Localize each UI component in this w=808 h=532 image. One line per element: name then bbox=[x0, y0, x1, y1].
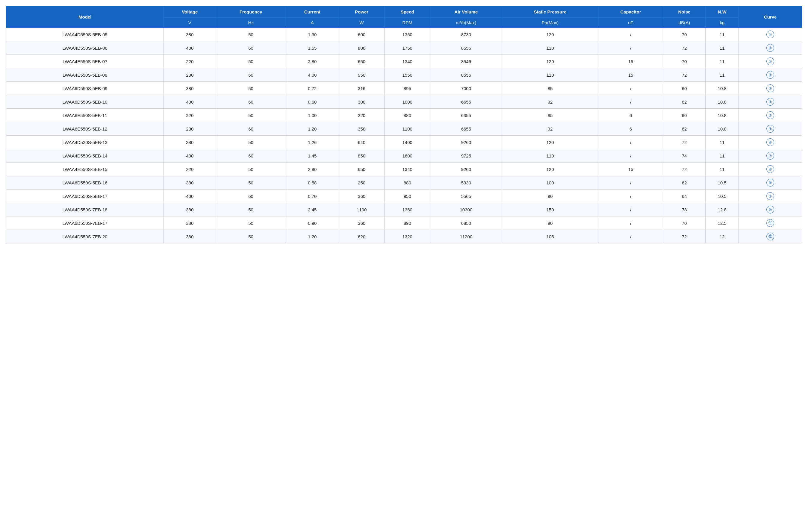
cell-curve: ⑦ bbox=[739, 149, 802, 163]
cell-model: LWAA4E550S-5EB-08 bbox=[6, 68, 164, 82]
col-subheader-static-pressure: Pa(Max) bbox=[502, 18, 599, 28]
cell-power: 950 bbox=[339, 68, 385, 82]
table-row: LWAA4D550S-5EB-14400601.4585016009725110… bbox=[6, 149, 802, 163]
cell-current: 1.20 bbox=[286, 122, 339, 136]
cell-air-volume: 6655 bbox=[430, 122, 502, 136]
curve-indicator: ⑥ bbox=[766, 165, 774, 173]
cell-noise: 62 bbox=[663, 176, 705, 190]
cell-static-pressure: 120 bbox=[502, 163, 599, 176]
cell-capacitor: / bbox=[599, 95, 663, 109]
cell-noise: 78 bbox=[663, 203, 705, 216]
cell-power: 650 bbox=[339, 55, 385, 68]
table-row: LWAA6D550S-5EB-17400600.70360950556590/6… bbox=[6, 190, 802, 203]
cell-model: LWAA4D550S-7EB-20 bbox=[6, 230, 164, 243]
cell-current: 1.20 bbox=[286, 230, 339, 243]
cell-model: LWAA6D550S-5EB-10 bbox=[6, 95, 164, 109]
cell-voltage: 220 bbox=[164, 55, 216, 68]
cell-current: 0.90 bbox=[286, 216, 339, 230]
cell-frequency: 50 bbox=[216, 136, 286, 149]
col-subheader-speed: RPM bbox=[385, 18, 430, 28]
cell-curve: ② bbox=[739, 68, 802, 82]
cell-voltage: 400 bbox=[164, 149, 216, 163]
cell-speed: 1400 bbox=[385, 136, 430, 149]
cell-capacitor: / bbox=[599, 136, 663, 149]
cell-noise: 70 bbox=[663, 28, 705, 41]
cell-current: 1.45 bbox=[286, 149, 339, 163]
cell-current: 2.80 bbox=[286, 163, 339, 176]
cell-capacitor: 15 bbox=[599, 163, 663, 176]
cell-nw: 12.8 bbox=[705, 203, 739, 216]
cell-frequency: 50 bbox=[216, 109, 286, 122]
cell-air-volume: 10300 bbox=[430, 203, 502, 216]
col-subheader-noise: dB(A) bbox=[663, 18, 705, 28]
table-row: LWAA4D550S-5EB-05380501.3060013608730120… bbox=[6, 28, 802, 41]
cell-current: 0.58 bbox=[286, 176, 339, 190]
cell-curve: ③ bbox=[739, 82, 802, 95]
col-header-nw: N.W bbox=[705, 6, 739, 18]
cell-current: 1.00 bbox=[286, 109, 339, 122]
table-row: LWAA4D550S-7EB-20380501.2062013201120010… bbox=[6, 230, 802, 243]
cell-capacitor: / bbox=[599, 203, 663, 216]
cell-voltage: 380 bbox=[164, 136, 216, 149]
cell-air-volume: 9260 bbox=[430, 136, 502, 149]
cell-frequency: 50 bbox=[216, 176, 286, 190]
cell-power: 800 bbox=[339, 41, 385, 55]
curve-indicator: ⑦ bbox=[766, 152, 774, 159]
cell-noise: 62 bbox=[663, 122, 705, 136]
cell-capacitor: 15 bbox=[599, 55, 663, 68]
cell-curve: ⑤ bbox=[739, 109, 802, 122]
cell-capacitor: 6 bbox=[599, 122, 663, 136]
cell-power: 360 bbox=[339, 216, 385, 230]
cell-air-volume: 9725 bbox=[430, 149, 502, 163]
cell-power: 300 bbox=[339, 95, 385, 109]
cell-curve: ④ bbox=[739, 122, 802, 136]
cell-nw: 12.5 bbox=[705, 216, 739, 230]
cell-static-pressure: 100 bbox=[502, 176, 599, 190]
cell-power: 600 bbox=[339, 28, 385, 41]
cell-nw: 11 bbox=[705, 41, 739, 55]
table-row: LWAA4D520S-5EB-13380501.2664014009260120… bbox=[6, 136, 802, 149]
curve-indicator: ① bbox=[766, 31, 774, 38]
cell-model: LWAA6D550S-5EB-09 bbox=[6, 82, 164, 95]
cell-frequency: 50 bbox=[216, 203, 286, 216]
cell-nw: 10.8 bbox=[705, 122, 739, 136]
cell-frequency: 50 bbox=[216, 82, 286, 95]
table-row: LWAA4D550S-5EB-06400601.5580017508555110… bbox=[6, 41, 802, 55]
col-header-speed: Speed bbox=[385, 6, 430, 18]
cell-curve: ② bbox=[739, 41, 802, 55]
cell-static-pressure: 110 bbox=[502, 41, 599, 55]
curve-indicator: ② bbox=[766, 71, 774, 79]
cell-capacitor: 6 bbox=[599, 109, 663, 122]
cell-air-volume: 7000 bbox=[430, 82, 502, 95]
cell-voltage: 220 bbox=[164, 163, 216, 176]
col-header-capacitor: Capacitor bbox=[599, 6, 663, 18]
cell-nw: 11 bbox=[705, 68, 739, 82]
cell-power: 620 bbox=[339, 230, 385, 243]
cell-static-pressure: 90 bbox=[502, 216, 599, 230]
cell-model: LWAA4E550S-5EB-15 bbox=[6, 163, 164, 176]
curve-indicator: ⑨ bbox=[766, 192, 774, 200]
cell-current: 2.45 bbox=[286, 203, 339, 216]
cell-nw: 12 bbox=[705, 230, 739, 243]
cell-current: 4.00 bbox=[286, 68, 339, 82]
data-table: Model Voltage Frequency Current Power Sp… bbox=[6, 6, 802, 243]
cell-power: 640 bbox=[339, 136, 385, 149]
cell-air-volume: 8546 bbox=[430, 55, 502, 68]
cell-frequency: 50 bbox=[216, 230, 286, 243]
cell-noise: 70 bbox=[663, 55, 705, 68]
table-row: LWAA6D550S-5EB-10400600.603001000665592/… bbox=[6, 95, 802, 109]
cell-speed: 1340 bbox=[385, 163, 430, 176]
col-header-model: Model bbox=[6, 6, 164, 28]
table-row: LWAA4E550S-5EB-07220502.8065013408546120… bbox=[6, 55, 802, 68]
cell-power: 250 bbox=[339, 176, 385, 190]
cell-curve: ⑧ bbox=[739, 176, 802, 190]
curve-indicator: ⑧ bbox=[766, 179, 774, 187]
table-row: LWAA4E550S-5EB-08230604.0095015508555110… bbox=[6, 68, 802, 82]
cell-nw: 11 bbox=[705, 163, 739, 176]
curve-indicator: ⑤ bbox=[766, 111, 774, 119]
cell-curve: ① bbox=[739, 28, 802, 41]
col-header-air-volume: Air Volume bbox=[430, 6, 502, 18]
cell-voltage: 230 bbox=[164, 68, 216, 82]
cell-static-pressure: 150 bbox=[502, 203, 599, 216]
cell-power: 220 bbox=[339, 109, 385, 122]
